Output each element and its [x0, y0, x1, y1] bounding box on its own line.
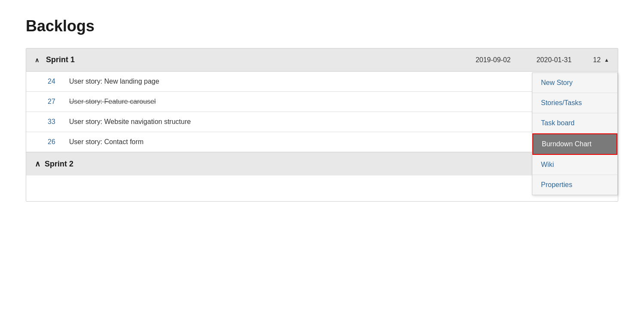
page-title: Backlogs — [26, 17, 618, 35]
context-menu-stories-tasks[interactable]: Stories/Tasks — [532, 93, 617, 113]
story-id: 26 — [48, 138, 69, 146]
sprint1-end-date: 2020-01-31 — [536, 56, 571, 64]
context-menu-wiki[interactable]: Wiki — [532, 155, 617, 175]
sprint1-dates: 2019-09-02 2020-01-31 — [476, 56, 572, 64]
story-row[interactable]: 26 User story: Contact form — [26, 132, 618, 152]
context-menu-properties[interactable]: Properties — [532, 175, 617, 195]
story-row[interactable]: 33 User story: Website navigation struct… — [26, 112, 618, 132]
sprint2-header[interactable]: ∧ Sprint 2 — [26, 152, 618, 175]
sprint1-start-date: 2019-09-02 — [476, 56, 511, 64]
sprint2-name: Sprint 2 — [45, 160, 73, 169]
story-id: 33 — [48, 118, 69, 126]
story-row[interactable]: 27 User story: Feature carousel — [26, 92, 618, 112]
sprint1-stories: 24 User story: New landing page 27 User … — [26, 72, 618, 152]
story-row[interactable]: 24 User story: New landing page — [26, 72, 618, 92]
backlog-container: ∧ Sprint 1 2019-09-02 2020-01-31 12 ▲ 24… — [26, 48, 618, 202]
context-menu-new-story[interactable]: New Story — [532, 73, 617, 93]
sprint1-expand-icon[interactable]: ▲ — [604, 57, 609, 63]
sprint1-header[interactable]: ∧ Sprint 1 2019-09-02 2020-01-31 12 ▲ — [26, 48, 618, 72]
sprint2-collapse-icon[interactable]: ∧ — [35, 159, 40, 169]
story-id: 24 — [48, 78, 69, 85]
sprint1-count: 12 ▲ — [593, 56, 609, 64]
sprint2-body — [26, 175, 618, 201]
story-title: User story: Contact form — [69, 138, 143, 146]
sprint1-name: Sprint 1 — [46, 55, 471, 64]
story-title: User story: Website navigation structure — [69, 118, 191, 126]
story-id: 27 — [48, 98, 69, 106]
story-title: User story: New landing page — [69, 78, 159, 85]
sprint1-collapse-icon[interactable]: ∧ — [35, 57, 39, 63]
context-menu-task-board[interactable]: Task board — [532, 113, 617, 133]
story-title: User story: Feature carousel — [69, 98, 156, 106]
context-menu: New Story Stories/Tasks Task board Burnd… — [532, 72, 618, 195]
context-menu-burndown-chart[interactable]: Burndown Chart — [532, 133, 617, 155]
